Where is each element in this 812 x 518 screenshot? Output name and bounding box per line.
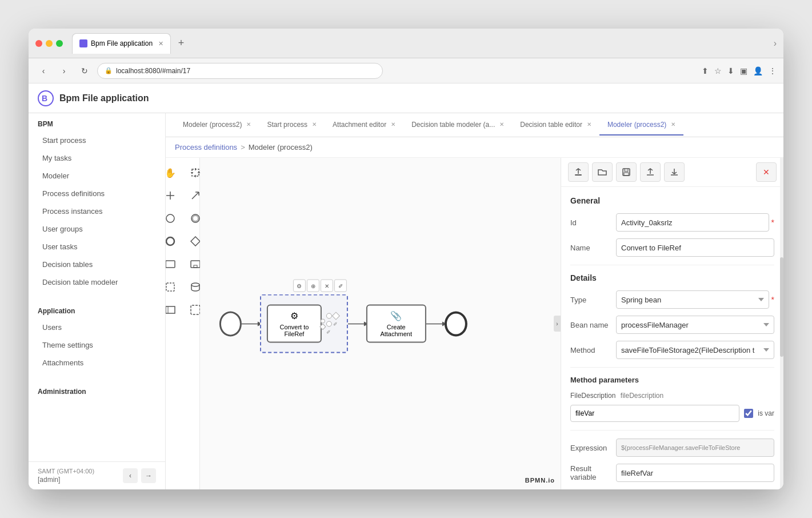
sub-edit-icon[interactable]: ✐ (333, 321, 338, 326)
expression-input[interactable] (616, 439, 774, 457)
props-upload-button[interactable] (568, 162, 589, 182)
svg-rect-21 (191, 305, 200, 314)
end-event[interactable] (444, 311, 467, 336)
sidebar-item-decision-table-modeler[interactable]: Decision table modeler (29, 273, 165, 291)
method-select[interactable]: saveFileToFileStorage2(FileDescription t (616, 341, 774, 359)
sidebar-item-process-definitions[interactable]: Process definitions (29, 185, 165, 202)
task-tool[interactable] (166, 254, 182, 274)
task-icon: ⚙ (290, 310, 298, 321)
sidebar-bottom: SAMT (GMT+04:00) [admin] ‹ → (29, 461, 165, 489)
task-create-attachment[interactable]: 📎 Create Attachment (366, 305, 426, 343)
bean-name-select[interactable]: processFileManager (616, 316, 774, 334)
close-button[interactable] (35, 40, 42, 47)
sub-row-2: ✐ (326, 321, 339, 326)
browser-window: Bpm File application ✕ + › ‹ › ↻ 🔒 local… (29, 29, 783, 489)
new-tab-button[interactable]: + (173, 35, 189, 51)
expr-divider (570, 430, 774, 431)
ctx-append[interactable]: ⚙ (293, 280, 306, 292)
maximize-button[interactable] (56, 40, 63, 47)
task-label: Convert to FileRef (274, 324, 315, 337)
connection-points (321, 318, 325, 329)
connect-tool[interactable] (166, 185, 182, 206)
sub-tools-icon[interactable]: ✐ (326, 329, 339, 334)
sidebar-item-theme-settings[interactable]: Theme settings (29, 336, 165, 354)
end-event-tool[interactable] (166, 231, 182, 252)
id-input[interactable] (616, 213, 769, 232)
svg-rect-14 (166, 261, 175, 268)
name-input[interactable] (616, 238, 774, 257)
back-button[interactable]: ‹ (35, 63, 51, 79)
app-tab-close-2[interactable]: ✕ (312, 121, 317, 127)
app-tab-modeler-process2-1[interactable]: Modeler (process2) ✕ (175, 115, 259, 136)
url-bar[interactable]: 🔒 localhost:8080/#main/17 (97, 63, 383, 79)
app-tab-close-1[interactable]: ✕ (246, 121, 251, 127)
app-tab-close-4[interactable]: ✕ (499, 121, 504, 127)
menu-icon[interactable]: ⋮ (769, 66, 777, 75)
bpmn-canvas: ⚙ ⊕ ✕ ✐ ⚙ Convert to FileRef (200, 158, 561, 489)
app-tab-start-process[interactable]: Start process ✕ (259, 115, 325, 136)
sidebar-item-attachments[interactable]: Attachments (29, 354, 165, 372)
bpmn-io-logo: BPMN.io (525, 477, 555, 484)
conn-point (321, 318, 325, 323)
app-tab-modeler-process2-2[interactable]: Modeler (process2) ✕ (599, 115, 683, 136)
param-input[interactable] (570, 405, 739, 422)
modeler-layout: ✋ (166, 158, 783, 489)
app-tab-close-5[interactable]: ✕ (587, 121, 591, 127)
result-var-input[interactable] (616, 464, 774, 482)
annotation-tool[interactable] (166, 277, 182, 297)
task-convert-to-fileref[interactable]: ⚙ Convert to FileRef (267, 305, 322, 343)
minimize-button[interactable] (46, 40, 53, 47)
browser-toolbar-right: ⬆ ☆ ⬇ ▣ 👤 ⋮ (702, 66, 777, 75)
props-download-down-button[interactable] (664, 162, 685, 182)
ctx-copy[interactable]: ⊕ (307, 280, 319, 292)
main-layout: BPM Start process My tasks Modeler Proce… (29, 113, 783, 489)
ctx-delete[interactable]: ✕ (321, 280, 333, 292)
pool-tool[interactable] (166, 300, 182, 320)
type-required-marker: * (771, 295, 774, 304)
share-icon[interactable]: ⬆ (702, 66, 709, 75)
start-event[interactable] (219, 311, 242, 336)
props-save-button[interactable] (616, 162, 637, 182)
profile-icon[interactable]: 👤 (753, 66, 763, 75)
sidebar-item-process-instances[interactable]: Process instances (29, 202, 165, 220)
sidebar-item-users[interactable]: Users (29, 318, 165, 336)
collapse-panel-button[interactable]: › (554, 316, 561, 332)
bookmark-icon[interactable]: ☆ (714, 66, 722, 75)
sidebar-item-start-process[interactable]: Start process (29, 132, 165, 149)
logout-button[interactable]: → (141, 468, 156, 483)
browser-tab-close[interactable]: ✕ (158, 40, 163, 47)
modeler-toolbar: ✋ (166, 158, 200, 489)
props-download-up-button[interactable] (640, 162, 661, 182)
local-scope-field: Use local scope for result variable (570, 489, 774, 489)
forward-button[interactable]: › (56, 63, 72, 79)
app-tab-decision-table-modeler[interactable]: Decision table modeler (a... ✕ (403, 115, 512, 136)
app-tab-decision-table-editor[interactable]: Decision table editor ✕ (512, 115, 599, 136)
ctx-other[interactable]: ✐ (334, 280, 347, 292)
reload-button[interactable]: ↻ (77, 63, 93, 79)
svg-point-11 (193, 216, 198, 221)
type-select[interactable]: Spring bean Expression Delegate expressi… (616, 290, 769, 309)
sidebar-item-decision-tables[interactable]: Decision tables (29, 256, 165, 273)
sidebar-item-user-groups[interactable]: User groups (29, 220, 165, 238)
sidebar-item-user-tasks[interactable]: User tasks (29, 238, 165, 256)
app-tab-attachment-editor[interactable]: Attachment editor ✕ (325, 115, 403, 136)
sidebar-app-title: Application (29, 300, 165, 318)
id-label: Id (570, 218, 616, 227)
browser-tab[interactable]: Bpm File application ✕ (72, 33, 171, 54)
sidebar-item-modeler[interactable]: Modeler (29, 167, 165, 185)
scrollbar-thumb[interactable] (780, 257, 783, 357)
param-checkbox[interactable] (744, 409, 753, 418)
collapse-sidebar-button[interactable]: ‹ (123, 468, 138, 483)
app-tab-close-3[interactable]: ✕ (391, 121, 395, 127)
download-icon[interactable]: ⬇ (727, 66, 734, 75)
reader-icon[interactable]: ▣ (740, 66, 747, 75)
sidebar-item-my-tasks[interactable]: My tasks (29, 149, 165, 167)
start-event-tool[interactable] (166, 208, 182, 229)
method-params-title: Method parameters (570, 376, 774, 384)
breadcrumb-parent[interactable]: Process definitions (175, 143, 237, 152)
props-close-button[interactable]: ✕ (756, 162, 777, 182)
hand-tool[interactable]: ✋ (166, 162, 182, 183)
app-tab-close-6[interactable]: ✕ (671, 121, 675, 127)
props-folder-button[interactable] (592, 162, 613, 182)
details-section-title: Details (570, 273, 774, 282)
